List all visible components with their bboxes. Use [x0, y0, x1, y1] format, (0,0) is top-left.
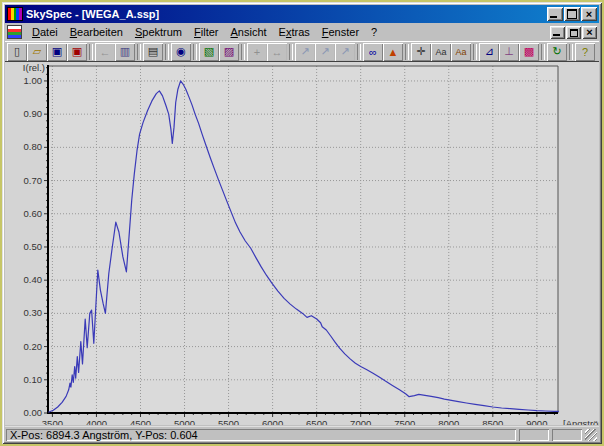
y-tick-label: 1.00: [24, 75, 43, 86]
x-tick-label: 4000: [86, 418, 107, 425]
open-file-button[interactable]: ▱: [27, 43, 47, 61]
area-plot-icon: ▲: [388, 46, 399, 58]
window-title: SkySpec - [WEGA_A.ssp]: [26, 8, 547, 20]
refresh-button[interactable]: ↻: [547, 43, 567, 61]
save-button[interactable]: ▣: [47, 43, 67, 61]
y-tick-label: 0.00: [24, 407, 43, 418]
status-panel-3: [552, 429, 582, 441]
title-bar[interactable]: SkySpec - [WEGA_A.ssp] ×: [5, 5, 599, 23]
save-icon: ▣: [52, 45, 62, 58]
y-tick-label: 0.20: [24, 341, 43, 352]
help-button[interactable]: ?: [575, 43, 595, 61]
x-tick-label: 8000: [438, 418, 459, 425]
zoom-magnifier-button[interactable]: ◉: [171, 43, 191, 61]
minimize-icon: [550, 16, 557, 18]
maximize-button[interactable]: [564, 7, 580, 21]
curve-tool-3-icon: ↗: [340, 45, 349, 58]
toolbar-separator: [137, 44, 141, 60]
slope-chart-button[interactable]: ⊿: [479, 43, 499, 61]
glasses-view-icon: ∞: [369, 46, 377, 58]
plot-background[interactable]: [48, 66, 558, 413]
x-axis-title: [Angström]: [563, 418, 599, 425]
label-text-2-icon: Aa: [455, 47, 466, 57]
colormap-button[interactable]: ▩: [519, 43, 539, 61]
print-icon: ▤: [148, 45, 158, 58]
label-text-button[interactable]: Aa: [431, 43, 451, 61]
copy-button[interactable]: ▥: [115, 43, 135, 61]
mdi-close-button[interactable]: ×: [582, 26, 597, 39]
new-file-button[interactable]: ▯: [7, 43, 27, 61]
label-text-2-button[interactable]: Aa: [451, 43, 471, 61]
save-as-button[interactable]: ▣: [67, 43, 87, 61]
print-button[interactable]: ▤: [143, 43, 163, 61]
toolbar-separator: [89, 44, 93, 60]
x-tick-label: 4500: [130, 418, 151, 425]
refresh-icon: ↻: [552, 45, 561, 58]
spectrum-chart[interactable]: 3500400045005000550060006500700075008000…: [5, 62, 599, 425]
y-tick-label: 0.70: [24, 175, 43, 186]
x-tick-label: 8500: [482, 418, 503, 425]
x-tick-label: 7500: [394, 418, 415, 425]
curve-tool-3-button: ↗: [335, 43, 355, 61]
mdi-window-buttons: ×: [550, 26, 597, 39]
undo-arrow-icon: ←: [100, 46, 111, 58]
mdi-minimize-button[interactable]: [550, 26, 565, 39]
document-icon[interactable]: [7, 25, 22, 39]
y-axis-title: I(rel.): [23, 62, 45, 73]
close-button[interactable]: ×: [581, 7, 597, 21]
toolbar-separator: [405, 44, 409, 60]
toolbar-separator: [289, 44, 293, 60]
y-tick-label: 0.30: [24, 307, 43, 318]
status-panel-2: [519, 429, 549, 441]
move-tool-button[interactable]: ✛: [411, 43, 431, 61]
y-tick-label: 0.10: [24, 374, 43, 385]
x-tick-label: 3500: [42, 418, 63, 425]
crosshair-button: +: [247, 43, 267, 61]
baseline-marker-button[interactable]: ⊥: [499, 43, 519, 61]
minimize-button[interactable]: [547, 7, 563, 21]
curve-tool-2-icon: ↗: [320, 45, 329, 58]
chart-area[interactable]: 3500400045005000550060006500700075008000…: [5, 61, 599, 425]
mdi-close-icon: ×: [586, 27, 592, 37]
mdi-minimize-icon: [553, 34, 560, 36]
menu-fenster[interactable]: Fenster: [316, 24, 365, 40]
undo-arrow-button: ←: [95, 43, 115, 61]
toolbar-separator: [193, 44, 197, 60]
fit-width-icon: ↔: [272, 46, 283, 58]
menu-?[interactable]: ?: [365, 24, 383, 40]
move-tool-icon: ✛: [416, 45, 425, 58]
area-plot-button[interactable]: ▲: [383, 43, 403, 61]
status-bar: X-Pos: 6894.3 Angström, Y-Pos: 0.604: [5, 426, 599, 441]
x-tick-label: 6000: [262, 418, 283, 425]
menu-spektrum[interactable]: Spektrum: [129, 24, 188, 40]
menu-bearbeiten[interactable]: Bearbeiten: [64, 24, 129, 40]
x-tick-label: 5500: [218, 418, 239, 425]
colormap-icon: ▩: [524, 45, 534, 58]
app-icon[interactable]: [7, 7, 23, 21]
menu-extras[interactable]: Extras: [273, 24, 316, 40]
export-table-icon: ▧: [204, 45, 214, 58]
crosshair-icon: +: [254, 46, 260, 58]
open-file-icon: ▱: [33, 45, 41, 58]
baseline-marker-icon: ⊥: [504, 45, 514, 58]
export-table-button[interactable]: ▧: [199, 43, 219, 61]
mdi-restore-button[interactable]: [566, 26, 581, 39]
export-chart-button[interactable]: ▨: [219, 43, 239, 61]
cursor-position-text: X-Pos: 6894.3 Angström, Y-Pos: 0.604: [10, 429, 198, 441]
toolbar-separator: [541, 44, 545, 60]
x-tick-label: 5000: [174, 418, 195, 425]
menu-ansicht[interactable]: Ansicht: [224, 24, 272, 40]
menu-datei[interactable]: Datei: [26, 24, 64, 40]
mdi-restore-icon: [570, 29, 578, 37]
save-as-icon: ▣: [72, 45, 82, 58]
menu-bar: DateiBearbeitenSpektrumFilterAnsichtExtr…: [5, 23, 599, 41]
export-chart-icon: ▨: [224, 45, 234, 58]
toolbar-separator: [569, 44, 573, 60]
zoom-magnifier-icon: ◉: [176, 45, 186, 58]
new-file-icon: ▯: [14, 45, 20, 58]
toolbar-separator: [357, 44, 361, 60]
curve-tool-1-button: ↗: [295, 43, 315, 61]
menu-filter[interactable]: Filter: [188, 24, 224, 40]
resize-grip[interactable]: [585, 429, 597, 441]
glasses-view-button[interactable]: ∞: [363, 43, 383, 61]
